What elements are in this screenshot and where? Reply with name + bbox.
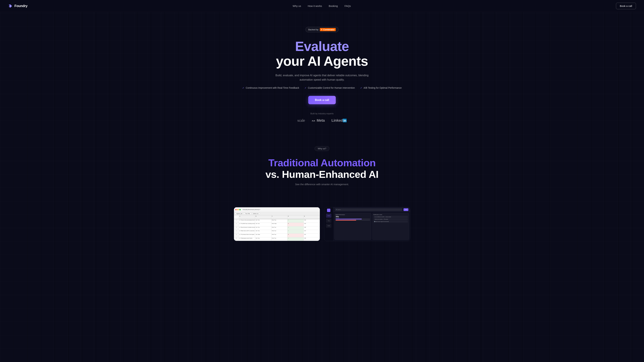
linkedin-logo: Linkedin [332,118,347,123]
hero-features: ✓ Continuous Improvement with Real-Time … [242,86,402,89]
built-by-text: Built by industry experts [310,112,334,115]
hero-title: Evaluate your AI Agents [276,39,368,68]
hero-feature-3: ✓ A/B Testing for Optimal Performance [360,86,402,89]
nav-link-how-it-works[interactable]: How it works [308,4,322,7]
hero-feature-1-label: Continuous Improvement with Real-Time Fe… [246,86,299,89]
nav-logo-text: Foundry [14,4,28,8]
sheet-row-4-d: ✓ [288,230,304,234]
comparison-subtitle: See the difference with smarter AI manag… [295,183,349,186]
nav-link-booking[interactable]: Booking [329,4,338,7]
hero-feature-1: ✓ Continuous Improvement with Real-Time … [242,86,299,89]
dashboard-content: Model Performance 76% Factuality [334,212,410,241]
hero-subtitle: Build, evaluate, and improve AI agents t… [270,73,374,82]
nav-link-faqs[interactable]: FAQs [344,4,351,7]
why-us-tag-label: Why us? [318,147,326,150]
sheet-row-5-b: Ans: False [255,234,271,237]
sheet-cell-header-d: D [288,215,304,219]
why-us-section: Why us? Traditional Automation vs. Human… [0,136,644,199]
progress-bar-1 [336,219,370,219]
nav-book-call-button[interactable]: Book a call [616,3,636,9]
dash-nav-dashboard: Dash [326,214,332,218]
sheet-row-2-e: 0.45 [304,223,320,226]
hero-section: Backed by Y Combinator Evaluate your AI … [0,0,644,136]
traditional-card: Factuality Benchmark (Internal) ✦ origin… [234,207,320,241]
sheet-row-5-d: ✗ [288,234,304,237]
comparison-grid: Factuality Benchmark (Internal) ✦ origin… [230,207,414,241]
sheet-row-1-num: 1 [234,219,239,223]
hero-feature-2: ✓ Customizable Control for Human Interve… [304,86,355,89]
sheet-row-2-num: 2 [234,223,239,226]
hero-feature-2-label: Customizable Control for Human Intervent… [308,86,355,89]
sheet-row-4-a: Q: "Water boils at 100°C at sea level...… [239,230,255,234]
notification-2: ✓ Batch eval complete — 98 samples [374,218,408,220]
sheet-row-3-d: ✓ [288,226,304,230]
sheet-row-5-num: 5 [234,234,239,237]
backed-prefix: Backed by [308,28,318,31]
dashboard-draft-btn: Draft [404,208,408,211]
sheet-row-6-d: ✓ [288,237,304,241]
dash-nav-audits: Audit [326,224,332,228]
meta-logo-icon [312,119,315,122]
comparison-title-purple: Traditional Automation [268,157,376,168]
nav-links: Why us How it works Booking FAQs [293,4,351,7]
model-performance-title: Model Performance [336,214,370,215]
check-icon-1: ✓ [242,86,244,89]
hero-book-call-button[interactable]: Book a call [308,96,336,104]
spreadsheet-mock: Factuality Benchmark (Internal) ✦ origin… [234,207,320,241]
dashboard-main: 🔍 Search Draft Model Performance 76% Fac… [334,207,410,241]
spreadsheet-body: A B C D E 1 Q: "Venus is the second plan… [234,215,320,241]
backed-badge: Backed by Y Combinator [306,27,338,32]
notification-center-title: Notification center [374,214,408,215]
dashboard-sidebar: Dash Intg Audit [324,207,334,241]
factuality-metric-value: 76% [336,216,370,218]
model-performance-panel: Model Performance 76% Factuality [334,213,371,240]
meta-logo: Meta [312,118,325,123]
foundry-card: Dash Intg Audit 🔍 Search Draft Mo [324,207,410,241]
company-logos: scale Meta Linkedin [297,118,347,123]
sheet-row-1-d: ✓ [288,219,304,223]
toolbar-dot-green [239,209,241,210]
nav-link-why-us[interactable]: Why us [293,4,301,7]
foundry-logo-icon [8,4,13,8]
sheet-row-4-c: Pred: True [271,230,288,234]
spreadsheet-tabs: original_test True Test Carbon.csv [234,212,320,215]
notification-3: 🔄 Model retrain triggered automatically [374,221,408,223]
sheet-row-4-b: Ans: True [255,230,271,234]
sheet-row-5-c: Pred: True [271,234,288,237]
traditional-screenshot: Factuality Benchmark (Internal) ✦ origin… [234,207,320,241]
progress-fill-2 [336,220,356,221]
sheet-row-3-b: Ans: True [255,226,271,230]
sheet-row-2-d: ✗ [288,223,304,226]
spreadsheet-tab-original: original_test [235,213,244,215]
spreadsheet-title-bar: Factuality Benchmark (Internal) ✦ [243,209,260,210]
sheet-row-2-a: Q: "The Eiffel Tower, standing proudly i… [239,223,255,226]
sheet-row-3-e: 0.88 [304,226,320,230]
sheet-row-3-a: Q: "Mount Everest, the tallest mountain.… [239,226,255,230]
dashboard-logo [327,209,330,212]
notification-1: ⚠ Low confidence on Q#45 — review needed [374,216,408,218]
sheet-row-5-e: 0.51 [304,234,320,237]
sheet-cell-header-c: C [271,215,288,219]
sheet-row-1-e: 0.92 [304,219,320,223]
why-us-tag: Why us? [314,146,330,151]
sheet-row-3-c: Pred: True [271,226,288,230]
sheet-row-6-b: Ans: True [255,237,271,241]
toolbar-dot-yellow [237,209,239,210]
sheet-row-5-a: Q: "The Amazon River is the longest..." [239,234,255,237]
sheet-row-6-num: 6 [234,237,239,241]
sheet-cell-header-b: B [255,215,271,219]
nav-logo[interactable]: Foundry [8,4,28,8]
comparison-title: Traditional Automation vs. Human-Enhance… [266,157,378,180]
dashboard-search: 🔍 Search [335,208,402,211]
comparison-title-white: vs. Human-Enhanced AI [266,169,378,180]
sheet-row-6-e: 0.99 [304,237,320,241]
navbar: Foundry Why us How it works Booking FAQs… [0,0,644,12]
progress-fill-1 [336,219,362,219]
notification-center-panel: Notification center ⚠ Low confidence on … [372,213,409,240]
progress-bar-2 [336,220,370,221]
sheet-cell-header-e: E [304,215,320,219]
spreadsheet-toolbar: Factuality Benchmark (Internal) ✦ [234,207,320,212]
sheet-row-1-c: Pred: True [271,219,288,223]
spreadsheet-tab-true: True Test [244,213,251,215]
hero-feature-3-label: A/B Testing for Optimal Performance [364,86,402,89]
